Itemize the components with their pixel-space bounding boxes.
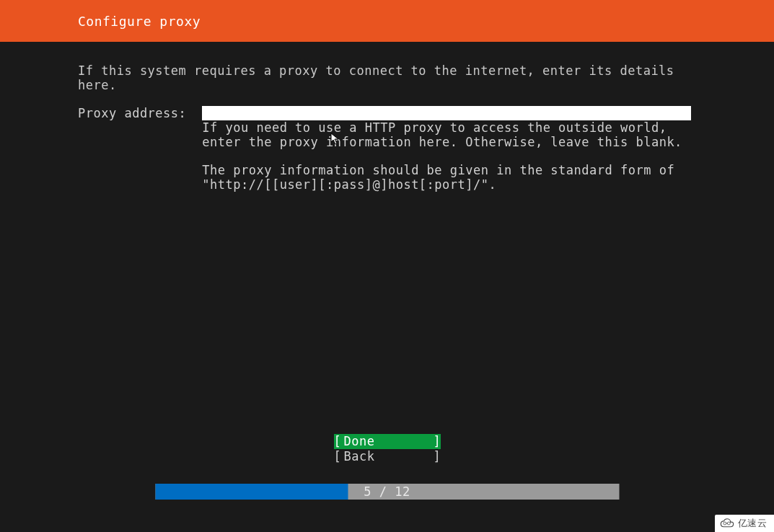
bracket-left-icon: [ bbox=[334, 449, 341, 464]
page-title: Configure proxy bbox=[78, 14, 201, 29]
svg-point-0 bbox=[723, 522, 726, 525]
bracket-right-icon: ] bbox=[434, 434, 441, 448]
watermark-text: 亿速云 bbox=[738, 517, 768, 530]
watermark-cloud-icon bbox=[719, 518, 735, 529]
proxy-address-label: Proxy address: bbox=[78, 106, 202, 120]
proxy-help-text-2: The proxy information should be given in… bbox=[202, 163, 696, 192]
back-button[interactable]: [ Back ] bbox=[334, 449, 441, 464]
done-button-label: Done bbox=[341, 434, 434, 448]
progress-fill bbox=[155, 484, 348, 500]
watermark: 亿速云 bbox=[715, 515, 775, 532]
proxy-field-row: Proxy address: If you need to use a HTTP… bbox=[78, 106, 696, 192]
progress-bar: 5 / 12 bbox=[155, 484, 619, 500]
bracket-left-icon: [ bbox=[334, 434, 341, 448]
buttons-area: [ Done ] [ Back ] bbox=[0, 434, 774, 464]
bracket-right-icon: ] bbox=[434, 449, 441, 464]
svg-point-1 bbox=[727, 522, 730, 525]
header-bar: Configure proxy bbox=[0, 0, 774, 42]
proxy-help-text-1: If you need to use a HTTP proxy to acces… bbox=[202, 120, 696, 150]
instruction-text: If this system requires a proxy to conne… bbox=[78, 63, 696, 93]
content-area: If this system requires a proxy to conne… bbox=[0, 42, 774, 192]
progress-text: 5 / 12 bbox=[364, 484, 410, 499]
proxy-address-input[interactable] bbox=[202, 106, 691, 120]
back-button-label: Back bbox=[341, 449, 434, 464]
done-button[interactable]: [ Done ] bbox=[334, 434, 441, 448]
proxy-field-right: If you need to use a HTTP proxy to acces… bbox=[202, 106, 696, 192]
